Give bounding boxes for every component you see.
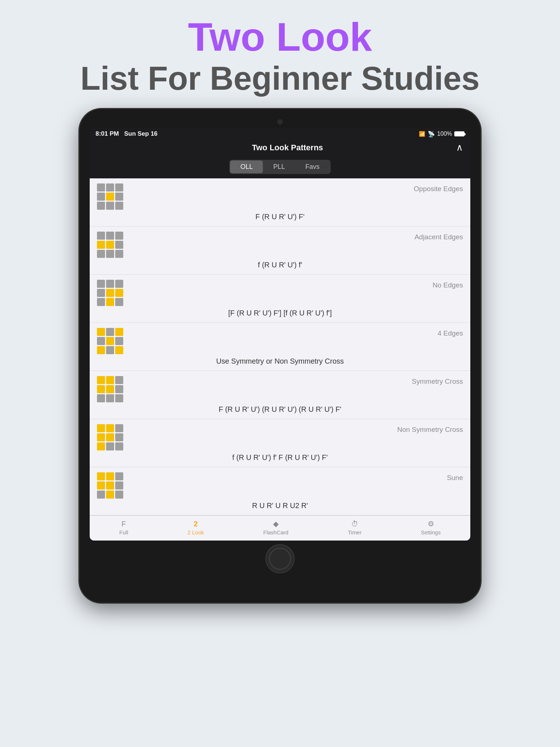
cube-cell	[115, 491, 123, 499]
ipad-camera	[277, 119, 283, 124]
cube-cell	[115, 202, 123, 210]
status-right: 📶 📡 100%	[419, 131, 464, 138]
cube-cell	[97, 241, 105, 249]
tab-icon-settings: ⚙	[428, 519, 434, 528]
tab-icon-timer: ⏱	[351, 520, 358, 528]
ipad-screen: 8:01 PM Sun Sep 16 📶 📡 100% Two Look Pat…	[90, 128, 470, 541]
cube-grid	[97, 232, 123, 258]
cube-cell	[106, 202, 114, 210]
item-formula: [F (R U R' U') F'] [f (R U R' U') f']	[97, 309, 463, 317]
cube-cell	[97, 472, 105, 480]
cube-cell	[115, 280, 123, 288]
cube-grid	[97, 183, 123, 210]
tab-item-timer[interactable]: ⏱Timer	[348, 520, 362, 535]
tab-icon-flashcard: ◆	[273, 519, 279, 528]
cube-cell	[115, 385, 123, 393]
nav-title: Two Look Patterns	[119, 143, 456, 152]
list-item-header: Adjacent Edges	[97, 232, 463, 258]
item-formula: Use Symmetry or Non Symmetry Cross	[97, 357, 463, 365]
item-formula: F (R U R' U') (R U R' U') (R U R' U') F'	[97, 405, 463, 414]
home-button-inner	[269, 548, 291, 570]
status-time: 8:01 PM Sun Sep 16	[96, 130, 158, 138]
cube-cell	[97, 232, 105, 240]
battery-icon	[454, 131, 464, 136]
item-formula: f (R U R' U') f' F (R U R' U') F'	[97, 453, 463, 462]
list-item[interactable]: SuneR U R' U R U2 R'	[90, 467, 470, 515]
cube-cell	[115, 328, 123, 336]
cube-cell	[97, 183, 105, 191]
signal-icon: 📶	[419, 131, 425, 137]
cube-cell	[115, 394, 123, 402]
cube-cell	[115, 193, 123, 201]
segment-wrapper: OLL PLL Favs	[229, 160, 330, 174]
tab-label: Settings	[421, 529, 440, 535]
cube-cell	[106, 481, 114, 489]
tab-item-2-look[interactable]: 22 Look	[187, 520, 204, 535]
item-formula: f (R U R' U') f'	[97, 261, 463, 269]
cube-grid	[97, 376, 123, 402]
list-item-header: Non Symmetry Cross	[97, 424, 463, 450]
list-item[interactable]: No Edges[F (R U R' U') F'] [f (R U R' U'…	[90, 275, 470, 323]
cube-cell	[106, 424, 114, 432]
cube-cell	[106, 328, 114, 336]
cube-cell	[106, 442, 114, 450]
tab-bar: FFull22 Look◆FlashCard⏱Timer⚙Settings	[90, 515, 470, 541]
item-label: Sune	[447, 472, 463, 482]
tab-label: Full	[119, 529, 128, 535]
cube-grid	[97, 424, 123, 450]
cube-cell	[115, 346, 123, 354]
cube-cell	[106, 376, 114, 384]
cube-cell	[115, 232, 123, 240]
cube-cell	[97, 481, 105, 489]
list-item[interactable]: Adjacent Edgesf (R U R' U') f'	[90, 227, 470, 275]
list-item-header: Sune	[97, 472, 463, 499]
cube-cell	[106, 433, 114, 441]
nav-bar: Two Look Patterns ∧	[90, 140, 470, 157]
cube-cell	[97, 376, 105, 384]
segment-oll[interactable]: OLL	[230, 160, 263, 173]
cube-cell	[106, 337, 114, 345]
list-item[interactable]: Opposite EdgesF (R U R' U') F'	[90, 178, 470, 227]
cube-cell	[106, 472, 114, 480]
wifi-icon: 📡	[428, 131, 435, 138]
cube-cell	[97, 346, 105, 354]
cube-cell	[97, 289, 105, 297]
cube-grid	[97, 280, 123, 306]
tab-label: Timer	[348, 529, 362, 535]
list-item[interactable]: 4 EdgesUse Symmetry or Non Symmetry Cros…	[90, 323, 470, 371]
nav-chevron-icon[interactable]: ∧	[456, 142, 463, 153]
segment-control: OLL PLL Favs	[90, 157, 470, 178]
cube-cell	[97, 385, 105, 393]
list-item-header: Symmetry Cross	[97, 376, 463, 402]
list-item-header: No Edges	[97, 280, 463, 306]
item-label: 4 Edges	[438, 328, 463, 337]
segment-pll[interactable]: PLL	[263, 160, 295, 173]
list-item-header: Opposite Edges	[97, 183, 463, 210]
cube-cell	[97, 433, 105, 441]
segment-favs[interactable]: Favs	[295, 160, 330, 173]
ipad-frame: 8:01 PM Sun Sep 16 📶 📡 100% Two Look Pat…	[79, 109, 481, 603]
cube-cell	[115, 241, 123, 249]
cube-cell	[106, 346, 114, 354]
cube-cell	[97, 394, 105, 402]
cube-cell	[106, 183, 114, 191]
item-formula: F (R U R' U') F'	[97, 213, 463, 221]
tab-item-full[interactable]: FFull	[119, 520, 128, 535]
cube-cell	[106, 232, 114, 240]
cube-grid	[97, 472, 123, 499]
cube-cell	[115, 472, 123, 480]
content-area: Opposite EdgesF (R U R' U') F'Adjacent E…	[90, 178, 470, 515]
cube-cell	[115, 298, 123, 306]
cube-cell	[97, 424, 105, 432]
cube-cell	[115, 337, 123, 345]
cube-grid	[97, 328, 123, 354]
home-button[interactable]	[265, 544, 295, 573]
tab-item-settings[interactable]: ⚙Settings	[421, 519, 440, 535]
cube-cell	[106, 250, 114, 258]
list-item[interactable]: Non Symmetry Crossf (R U R' U') f' F (R …	[90, 419, 470, 467]
tab-item-flashcard[interactable]: ◆FlashCard	[263, 519, 288, 535]
cube-cell	[97, 250, 105, 258]
list-item[interactable]: Symmetry CrossF (R U R' U') (R U R' U') …	[90, 371, 470, 419]
item-label: Opposite Edges	[414, 183, 463, 193]
cube-cell	[97, 328, 105, 336]
